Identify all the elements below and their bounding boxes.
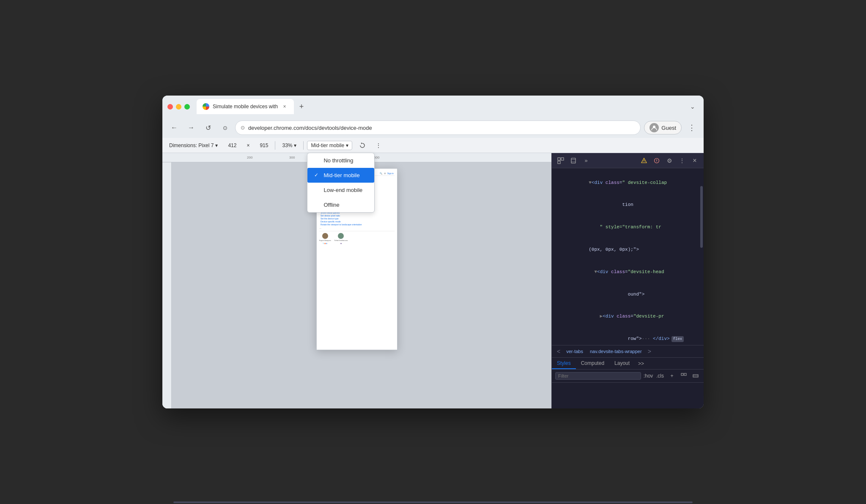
dimensions-dropdown-icon: ▾ <box>215 142 218 148</box>
minimize-traffic-light[interactable] <box>176 104 181 110</box>
new-tab-button[interactable]: + <box>296 101 307 112</box>
warning-button[interactable] <box>639 155 650 166</box>
maximize-traffic-light[interactable] <box>184 104 190 110</box>
close-traffic-light[interactable] <box>167 104 173 110</box>
html-line-4: (0px, 0px, 0px);"> <box>554 238 702 261</box>
flex-badge-1: flex <box>671 336 684 342</box>
add-style-button[interactable]: + <box>667 371 677 381</box>
throttle-dropdown[interactable]: Mid-tier mobile ▾ No throttling ✓ Mid-ti… <box>307 141 352 150</box>
mobile-toc-type: Set the device type <box>319 217 395 220</box>
breadcrumb-item-2[interactable]: nav.devsite-tabs-wrapper <box>587 348 644 355</box>
tab-favicon <box>203 103 209 110</box>
toggle-layout-btn[interactable] <box>691 371 700 381</box>
throttle-mid-tier[interactable]: ✓ Mid-tier mobile <box>307 168 374 183</box>
back-button[interactable]: ← <box>167 121 181 134</box>
svg-rect-12 <box>681 373 683 375</box>
url-bar[interactable]: ⊙ developer.chrome.com/docs/devtools/dev… <box>235 121 641 135</box>
html-line-6: ound"> <box>554 283 702 306</box>
mobile-authors: Kayce Basques 𝕏 ◉ ◈ Sofia Emelianova <box>319 231 395 244</box>
svg-rect-1 <box>558 158 560 160</box>
throttle-menu: No throttling ✓ Mid-tier mobile Low-end … <box>307 153 375 213</box>
forward-button[interactable]: → <box>184 121 198 134</box>
active-tab[interactable]: Simulate mobile devices with × <box>197 99 294 114</box>
browser-window: Simulate mobile devices with × + ⌄ ← → ↺… <box>162 96 704 408</box>
url-text: developer.chrome.com/docs/devtools/devic… <box>248 125 635 131</box>
svg-rect-13 <box>684 373 686 375</box>
mobile-author-name-1: Kayce Basques <box>319 239 331 241</box>
profile-label: Guest <box>661 125 676 131</box>
toggle-element-state[interactable] <box>679 371 688 381</box>
more-tabs-button[interactable]: >> <box>635 358 647 369</box>
no-throttle-label: No throttling <box>323 157 353 164</box>
dimension-separator: × <box>243 141 253 150</box>
more-options-devtools[interactable]: ⋮ <box>677 155 688 166</box>
hov-button[interactable]: :hov <box>644 371 653 381</box>
dimensions-selector[interactable]: Dimensions: Pixel 7 ▾ <box>166 141 221 150</box>
devtools-close-button[interactable]: × <box>689 155 700 166</box>
nav-bar: ← → ↺ ⊙ ⊙ developer.chrome.com/docs/devt… <box>162 118 704 138</box>
browser-menu-button[interactable]: ⋮ <box>685 121 699 134</box>
zoom-selector[interactable]: 33% ▾ <box>279 141 300 150</box>
vertical-ruler <box>162 162 172 408</box>
breadcrumb-left-button[interactable]: < <box>555 348 562 355</box>
more-tools-button[interactable]: » <box>581 155 592 166</box>
styles-panel: Styles Computed Layout >> :hov .cls + <box>552 358 704 408</box>
toolbar-sep-1 <box>275 141 275 150</box>
mid-tier-label: Mid-tier mobile <box>323 172 359 178</box>
mobile-author-name-2: Sofia Emelianova <box>334 239 348 241</box>
html-line-7: ▶<div class="devsite-pr <box>554 306 702 328</box>
device-mode-button[interactable] <box>568 155 579 166</box>
tab-dropdown-button[interactable]: ⌄ <box>687 101 699 112</box>
device-toolbar: Dimensions: Pixel 7 ▾ 412 × 915 33% ▾ Mi… <box>162 138 704 153</box>
mobile-avatar-2 <box>338 233 344 239</box>
height-value: 915 <box>260 142 268 148</box>
throttle-button[interactable]: Mid-tier mobile ▾ <box>307 141 352 150</box>
ruler-tick: 300 <box>289 156 295 159</box>
mobile-toc-specific: Device-specific mode <box>319 220 395 223</box>
svg-rect-3 <box>558 161 560 164</box>
mobile-more-indicator: ... <box>319 227 395 229</box>
inspect-element-button[interactable] <box>555 155 566 166</box>
mobile-author-links-1: 𝕏 ◉ ◈ <box>323 242 327 244</box>
tab-computed[interactable]: Computed <box>576 358 609 369</box>
rotate-button[interactable] <box>356 141 369 150</box>
no-throttle-check <box>314 157 320 163</box>
cast-button[interactable]: ⊙ <box>218 121 232 134</box>
error-button[interactable] <box>651 155 662 166</box>
styles-filter-input[interactable] <box>555 372 641 380</box>
low-end-check <box>314 187 320 193</box>
width-input[interactable]: 412 <box>225 141 240 150</box>
mobile-toc-rotate: Rotate the viewport to landscape orienta… <box>319 223 395 226</box>
tab-layout[interactable]: Layout <box>609 358 635 369</box>
cls-button[interactable]: .cls <box>655 371 665 381</box>
mid-tier-check: ✓ <box>314 172 320 178</box>
throttle-no-throttling[interactable]: No throttling <box>307 153 374 168</box>
html-content-area[interactable]: ▼<div class=" devsite-collap tion " styl… <box>552 168 704 345</box>
mobile-author-1: Kayce Basques 𝕏 ◉ ◈ <box>319 233 331 244</box>
throttle-low-end[interactable]: Low-end mobile <box>307 183 374 197</box>
tab-bar: Simulate mobile devices with × + ⌄ <box>197 99 699 114</box>
breadcrumb-item-1[interactable]: ver-tabs <box>564 348 586 355</box>
html-line-1: ▼<div class=" devsite-collap <box>554 172 702 194</box>
height-input[interactable]: 915 <box>256 141 271 150</box>
more-options-button[interactable]: ⋮ <box>373 141 384 150</box>
devtools-scrollbar[interactable] <box>700 186 703 248</box>
refresh-button[interactable]: ↺ <box>201 121 215 134</box>
settings-button[interactable]: ⚙ <box>664 155 675 166</box>
devtools-toolbar: » <box>552 153 704 168</box>
mobile-author-links-2: ◆ <box>340 242 342 244</box>
width-value: 412 <box>228 142 236 148</box>
breadcrumb-right-button[interactable]: > <box>646 348 653 355</box>
throttle-offline[interactable]: Offline <box>307 197 374 212</box>
profile-button[interactable]: Guest <box>644 121 682 134</box>
tab-close-button[interactable]: × <box>281 103 288 110</box>
html-line-5: ▼<div class="devsite-head <box>554 261 702 283</box>
devtools-panel: » <box>551 153 704 408</box>
html-line-8: row">··· </div>flex <box>554 328 702 345</box>
zoom-value: 33% <box>282 142 292 148</box>
html-line-3: " style="transform: tr <box>554 216 702 239</box>
offline-label: Offline <box>323 202 339 208</box>
title-bar: Simulate mobile devices with × + ⌄ <box>162 96 704 118</box>
tab-styles[interactable]: Styles <box>552 358 576 369</box>
dimensions-label: Dimensions: Pixel 7 <box>169 142 214 148</box>
